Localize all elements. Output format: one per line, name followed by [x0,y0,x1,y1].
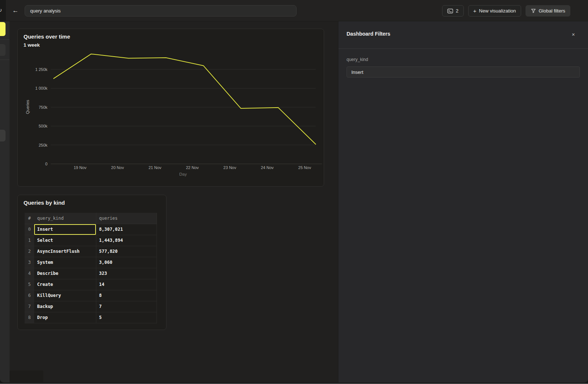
sidebar-item-active[interactable] [0,22,6,36]
sql-console-button[interactable]: 2 [442,5,463,17]
queries-by-kind-table: # query_kind queries 0Insert8,307,0211Se… [25,213,157,323]
y-tick-label: 500k [39,124,47,128]
queries-count-cell: 14 [96,279,157,290]
table-header: # query_kind queries [25,213,157,224]
column-header-queries: queries [96,213,157,224]
new-visualization-button[interactable]: + New visualization [468,5,521,17]
row-index-cell: 8 [25,312,34,323]
table-row: 4Describe323 [25,268,157,279]
query-kind-cell[interactable]: Insert [34,224,96,235]
sidebar-item-3[interactable] [0,130,6,141]
table-row: 1Select1,443,894 [25,235,157,246]
queries-count-cell: 7 [96,301,157,312]
dashboard-area: Queries over time 1 week 0250k500k750k1 … [10,21,338,383]
query-kind-cell[interactable]: System [34,257,96,268]
y-axis-label: Queries [25,100,30,114]
queries-series-line [54,54,316,144]
app-window: ↻ ← 2 + New visualization Global filters [0,0,588,383]
row-index-cell: 5 [25,279,34,290]
sidebar-item-2[interactable] [0,44,6,56]
y-tick-label: 0 [45,162,47,166]
dashboard-title-input[interactable] [25,5,297,17]
left-notch: ↻ [0,0,6,21]
queries-count-cell: 5 [96,312,157,323]
console-count-badge: 2 [456,8,458,14]
queries-count-cell: 323 [96,268,157,279]
table-row: 3System3,060 [25,257,157,268]
row-index-cell: 6 [25,290,34,301]
queries-line-chart: 0250k500k750k1 000k1 250k19 Nov20 Nov21 … [18,29,324,186]
x-tick-label: 21 Nov [148,165,161,170]
column-header-query-kind: query_kind [34,213,96,224]
queries-count-cell: 8 [96,290,157,301]
queries-count-cell: 577,820 [96,246,157,257]
close-icon[interactable]: ✕ [570,31,577,38]
x-tick-label: 23 Nov [223,165,236,170]
y-tick-label: 1 250k [35,67,48,72]
dashboard-filters-panel: Dashboard Filters ✕ query_kind [338,21,588,383]
sidebar-divider [0,39,10,40]
queries-count-cell: 1,443,894 [96,235,157,246]
refresh-icon[interactable]: ↻ [0,7,2,14]
x-tick-label: 20 Nov [111,165,124,170]
console-icon [447,8,453,14]
row-index-cell: 7 [25,301,34,312]
row-index-cell: 1 [25,235,34,246]
queries-over-time-card: Queries over time 1 week 0250k500k750k1 … [17,29,324,187]
query-kind-cell[interactable]: Select [34,235,96,246]
top-bar: ↻ ← 2 + New visualization Global filters [0,0,588,21]
topbar-actions: 2 + New visualization Global filters [442,5,570,17]
x-tick-label: 25 Nov [298,165,311,170]
table-title: Queries by kind [24,200,65,206]
y-tick-label: 750k [39,105,47,110]
y-tick-label: 250k [39,143,47,147]
queries-count-cell: 8,307,021 [96,224,157,235]
query-kind-cell[interactable]: Create [34,279,96,290]
query-kind-cell[interactable]: AsyncInsertFlush [34,246,96,257]
back-button[interactable]: ← [11,6,20,15]
plus-icon: + [473,8,477,14]
global-filters-label: Global filters [539,8,565,14]
query-kind-cell[interactable]: Drop [34,312,96,323]
column-header-index: # [25,213,34,224]
sidebar-divider [0,60,10,60]
queries-by-kind-card: Queries by kind # query_kind queries 0In… [17,195,166,330]
x-tick-label: 19 Nov [74,165,86,170]
table-row: 0Insert8,307,021 [25,224,157,235]
x-axis-label: Day [179,172,187,176]
query-kind-filter-input[interactable] [347,67,580,78]
table-row: 8Drop5 [25,312,157,323]
x-tick-label: 22 Nov [186,165,199,170]
table-row: 2AsyncInsertFlush577,820 [25,246,157,257]
query-kind-cell[interactable]: Describe [34,268,96,279]
global-filters-button[interactable]: Global filters [526,5,570,17]
row-index-cell: 4 [25,268,34,279]
x-tick-label: 24 Nov [261,165,274,170]
query-kind-cell[interactable]: KillQuery [34,290,96,301]
filters-panel-title: Dashboard Filters [347,31,390,37]
table-row: 5Create14 [25,279,157,290]
funnel-icon [531,8,536,14]
row-index-cell: 2 [25,246,34,257]
filter-field-label: query_kind [347,57,368,62]
bottom-left-partial-panel [10,370,43,382]
panel-divider [338,49,588,49]
y-tick-label: 1 000k [35,86,48,90]
row-index-cell: 0 [25,224,34,235]
queries-count-cell: 3,060 [96,257,157,268]
table-row: 6KillQuery8 [25,290,157,301]
table-row: 7Backup7 [25,301,157,312]
new-visualization-label: New visualization [479,8,516,14]
row-index-cell: 3 [25,257,34,268]
left-sidebar-strip [0,21,10,383]
query-kind-cell[interactable]: Backup [34,301,96,312]
